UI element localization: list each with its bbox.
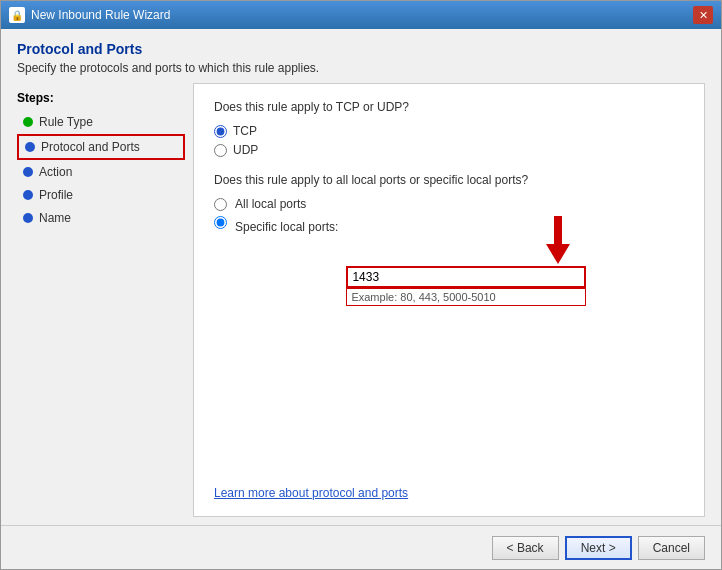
- udp-radio[interactable]: [214, 144, 227, 157]
- tcp-label: TCP: [233, 124, 257, 138]
- page-title: Protocol and Ports: [17, 41, 705, 57]
- ports-section: All local ports Specific local ports:: [214, 197, 684, 306]
- main-row: Steps: Rule Type Protocol and Ports Acti…: [17, 83, 705, 517]
- all-ports-row: All local ports: [214, 197, 684, 211]
- sidebar-item-action[interactable]: Action: [17, 161, 185, 183]
- sidebar-label-action: Action: [39, 165, 72, 179]
- sidebar: Steps: Rule Type Protocol and Ports Acti…: [17, 83, 185, 517]
- specific-ports-label: Specific local ports:: [235, 220, 338, 234]
- all-ports-label: All local ports: [235, 197, 306, 211]
- dot-protocol-ports: [25, 142, 35, 152]
- cancel-button[interactable]: Cancel: [638, 536, 705, 560]
- sidebar-label-name: Name: [39, 211, 71, 225]
- window: 🔒 New Inbound Rule Wizard ✕ Protocol and…: [0, 0, 722, 570]
- back-button[interactable]: < Back: [492, 536, 559, 560]
- learn-more-link[interactable]: Learn more about protocol and ports: [214, 486, 408, 500]
- ports-question: Does this rule apply to all local ports …: [214, 173, 684, 187]
- tcp-udp-group: TCP UDP: [214, 124, 684, 157]
- dot-rule-type: [23, 117, 33, 127]
- sidebar-label-protocol-ports: Protocol and Ports: [41, 140, 140, 154]
- dot-action: [23, 167, 33, 177]
- dot-profile: [23, 190, 33, 200]
- titlebar-left: 🔒 New Inbound Rule Wizard: [9, 7, 170, 23]
- specific-ports-row: Specific local ports: 1433 Example: 80, …: [214, 216, 684, 306]
- udp-row: UDP: [214, 143, 684, 157]
- down-arrow-icon: [540, 216, 576, 264]
- page-subtitle: Specify the protocols and ports to which…: [17, 61, 705, 75]
- close-button[interactable]: ✕: [693, 6, 713, 24]
- tcp-radio[interactable]: [214, 125, 227, 138]
- dot-name: [23, 213, 33, 223]
- content-area: Protocol and Ports Specify the protocols…: [1, 29, 721, 525]
- titlebar: 🔒 New Inbound Rule Wizard ✕: [1, 1, 721, 29]
- udp-label: UDP: [233, 143, 258, 157]
- sidebar-item-protocol-ports[interactable]: Protocol and Ports: [17, 134, 185, 160]
- page-header: Protocol and Ports Specify the protocols…: [17, 41, 705, 75]
- form-area: Does this rule apply to TCP or UDP? TCP …: [193, 83, 705, 517]
- steps-label: Steps:: [17, 91, 185, 105]
- tcp-question: Does this rule apply to TCP or UDP?: [214, 100, 684, 114]
- window-icon: 🔒: [9, 7, 25, 23]
- port-input-group: 1433 Example: 80, 443, 5000-5010: [346, 216, 586, 306]
- learn-more-area: Learn more about protocol and ports: [214, 486, 408, 500]
- sidebar-label-profile: Profile: [39, 188, 73, 202]
- port-input[interactable]: 1433: [346, 266, 586, 288]
- sidebar-item-profile[interactable]: Profile: [17, 184, 185, 206]
- svg-marker-0: [546, 216, 570, 264]
- all-ports-radio[interactable]: [214, 198, 227, 211]
- sidebar-item-rule-type[interactable]: Rule Type: [17, 111, 185, 133]
- next-button[interactable]: Next >: [565, 536, 632, 560]
- footer: < Back Next > Cancel: [1, 525, 721, 569]
- sidebar-label-rule-type: Rule Type: [39, 115, 93, 129]
- specific-ports-radio[interactable]: [214, 216, 227, 229]
- arrow-area: [346, 216, 576, 264]
- tcp-row: TCP: [214, 124, 684, 138]
- port-example: Example: 80, 443, 5000-5010: [346, 288, 586, 306]
- sidebar-item-name[interactable]: Name: [17, 207, 185, 229]
- window-title: New Inbound Rule Wizard: [31, 8, 170, 22]
